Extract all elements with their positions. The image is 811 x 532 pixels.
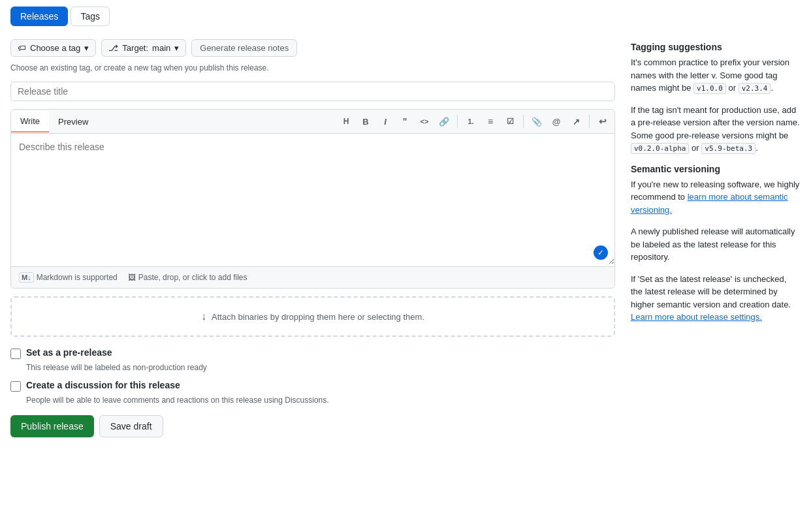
heading-button[interactable]: H bbox=[337, 112, 355, 131]
publish-release-button[interactable]: Publish release bbox=[10, 415, 94, 437]
link-button[interactable]: 🔗 bbox=[435, 112, 453, 131]
main-layout: 🏷 Choose a tag ▾ ⎇ Target: main ▾ Genera… bbox=[10, 39, 801, 437]
tag-hint-text: Choose an existing tag, or create a new … bbox=[10, 63, 615, 72]
markdown-icon: M↓ bbox=[19, 272, 34, 283]
target-label: Target: bbox=[122, 43, 148, 53]
discussion-title: Create a discussion for this release bbox=[26, 380, 180, 390]
check-icon: ✓ bbox=[594, 245, 608, 260]
editor-tabs: Write Preview H B I " <> 🔗 1. ≡ ☑ 📎 @ bbox=[11, 110, 614, 134]
branch-name: main bbox=[152, 43, 170, 53]
discussion-section: Create a discussion for this release Peo… bbox=[10, 380, 615, 405]
code-v234: v2.3.4 bbox=[739, 83, 771, 94]
release-description-textarea[interactable] bbox=[11, 134, 614, 264]
mention-button[interactable]: @ bbox=[547, 112, 565, 131]
release-settings-link[interactable]: Learn more about release settings. bbox=[631, 312, 762, 322]
undo-button[interactable]: ↩ bbox=[594, 112, 612, 131]
release-title-input[interactable] bbox=[10, 82, 615, 101]
releases-tab[interactable]: Releases bbox=[10, 7, 68, 26]
chevron-down-icon: ▾ bbox=[84, 43, 89, 53]
toolbar-divider-2 bbox=[523, 115, 524, 128]
editor-container: Write Preview H B I " <> 🔗 1. ≡ ☑ 📎 @ bbox=[10, 109, 615, 289]
choose-tag-label: Choose a tag bbox=[30, 43, 80, 53]
tag-icon: 🏷 bbox=[18, 43, 26, 53]
attach-binaries-text: Attach binaries by dropping them here or… bbox=[212, 312, 424, 322]
generate-notes-button[interactable]: Generate release notes bbox=[191, 39, 297, 57]
chevron-down-icon-2: ▾ bbox=[174, 43, 179, 53]
attach-files-label[interactable]: 🖼 Paste, drop, or click to add files bbox=[128, 273, 247, 282]
editor-footer: M↓ Markdown is supported 🖼 Paste, drop, … bbox=[11, 266, 614, 288]
prerelease-desc: This release will be labeled as non-prod… bbox=[26, 363, 615, 372]
prerelease-title: Set as a pre-release bbox=[26, 347, 112, 358]
code-alpha: v0.2.0-alpha bbox=[631, 143, 689, 154]
code-button[interactable]: <> bbox=[415, 112, 434, 131]
unordered-list-button[interactable]: ≡ bbox=[481, 112, 500, 131]
ordered-list-button[interactable]: 1. bbox=[462, 112, 480, 131]
image-icon: 🖼 bbox=[128, 273, 136, 282]
download-icon: ↓ bbox=[201, 311, 206, 322]
tagging-prerelease-text: If the tag isn't meant for production us… bbox=[631, 104, 801, 155]
left-panel: 🏷 Choose a tag ▾ ⎇ Target: main ▾ Genera… bbox=[10, 39, 615, 437]
attach-button[interactable]: 📎 bbox=[528, 112, 546, 131]
markdown-support-label: M↓ Markdown is supported bbox=[19, 272, 118, 283]
choose-tag-button[interactable]: 🏷 Choose a tag ▾ bbox=[10, 39, 96, 57]
preview-tab[interactable]: Preview bbox=[49, 112, 97, 132]
discussion-desc: People will be able to leave comments an… bbox=[26, 396, 615, 405]
discussion-checkbox[interactable] bbox=[10, 381, 21, 392]
save-draft-button[interactable]: Save draft bbox=[99, 415, 163, 437]
semver-text-3: If 'Set as the latest release' is unchec… bbox=[631, 273, 801, 324]
tags-tab[interactable]: Tags bbox=[71, 7, 110, 26]
semver-title: Semantic versioning bbox=[631, 164, 801, 174]
bold-button[interactable]: B bbox=[357, 112, 375, 131]
task-list-button[interactable]: ☑ bbox=[501, 112, 519, 131]
toolbar-row: 🏷 Choose a tag ▾ ⎇ Target: main ▾ Genera… bbox=[10, 39, 615, 57]
prerelease-label[interactable]: Set as a pre-release bbox=[10, 347, 615, 359]
attach-binaries-area[interactable]: ↓ Attach binaries by dropping them here … bbox=[10, 296, 615, 337]
branch-icon: ⎇ bbox=[108, 43, 118, 53]
prerelease-section: Set as a pre-release This release will b… bbox=[10, 347, 615, 372]
right-panel: Tagging suggestions It's common practice… bbox=[631, 39, 801, 437]
semver-text-2: A newly published release will automatic… bbox=[631, 225, 801, 264]
editor-toolbar: H B I " <> 🔗 1. ≡ ☑ 📎 @ ↗ ↩ bbox=[332, 110, 614, 133]
italic-button[interactable]: I bbox=[376, 112, 394, 131]
tagging-suggestions-text: It's common practice to prefix your vers… bbox=[631, 56, 801, 95]
tagging-suggestions-title: Tagging suggestions bbox=[631, 42, 801, 52]
prerelease-checkbox[interactable] bbox=[10, 349, 21, 359]
target-branch-button[interactable]: ⎇ Target: main ▾ bbox=[101, 39, 186, 57]
discussion-label[interactable]: Create a discussion for this release bbox=[10, 380, 615, 392]
top-navigation: Releases Tags bbox=[10, 7, 801, 26]
semver-text-1: If you're new to releasing software, we … bbox=[631, 178, 801, 217]
editor-body: ✓ bbox=[11, 134, 614, 266]
code-beta: v5.9-beta.3 bbox=[701, 143, 755, 154]
toolbar-divider-3 bbox=[589, 115, 590, 128]
actions-row: Publish release Save draft bbox=[10, 415, 615, 437]
write-tab[interactable]: Write bbox=[11, 111, 49, 133]
quote-button[interactable]: " bbox=[396, 112, 414, 131]
code-v100: v1.0.0 bbox=[693, 83, 726, 94]
reference-button[interactable]: ↗ bbox=[567, 112, 585, 131]
toolbar-divider-1 bbox=[457, 115, 458, 128]
